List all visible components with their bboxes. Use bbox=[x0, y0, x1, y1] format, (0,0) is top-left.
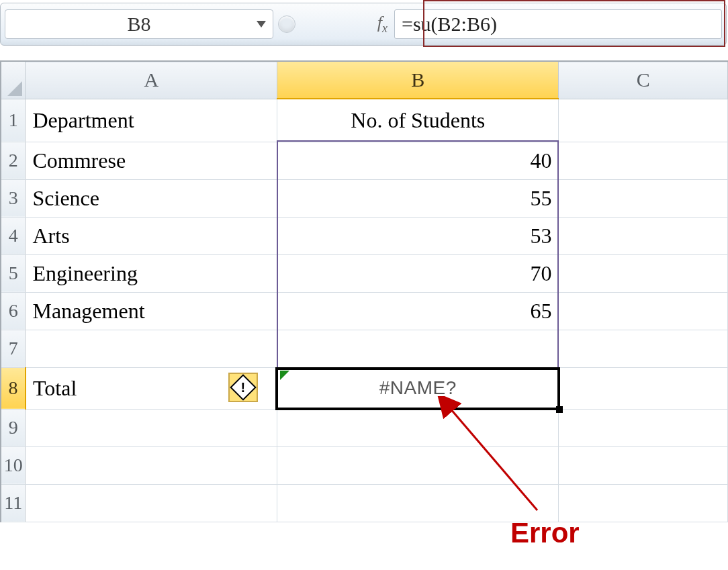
cell-B9[interactable] bbox=[277, 409, 559, 446]
warning-icon-glyph: ! bbox=[241, 379, 246, 395]
cell-C11[interactable] bbox=[559, 484, 728, 522]
cell-B4[interactable]: 53 bbox=[277, 217, 559, 254]
name-box-value: B8 bbox=[127, 13, 150, 36]
formula-text: =su(B2:B6) bbox=[402, 13, 497, 36]
column-header-B[interactable]: B bbox=[277, 61, 559, 99]
row-header-2[interactable]: 2 bbox=[1, 142, 26, 179]
row-header-8[interactable]: 8 bbox=[1, 367, 26, 409]
cell-C7[interactable] bbox=[559, 330, 728, 367]
cancel-formula-button[interactable] bbox=[278, 15, 295, 33]
cell-A2[interactable]: Commrese bbox=[26, 142, 277, 179]
cell-A4[interactable]: Arts bbox=[26, 217, 277, 254]
cell-C10[interactable] bbox=[559, 446, 728, 484]
cell-C6[interactable] bbox=[559, 292, 728, 330]
cell-A6[interactable]: Management bbox=[26, 292, 277, 330]
cell-A11[interactable] bbox=[26, 484, 277, 522]
grid: A B C 1 Department No. of Students 2 Com… bbox=[0, 60, 728, 522]
row-header-9[interactable]: 9 bbox=[1, 409, 26, 446]
cell-A10[interactable] bbox=[26, 446, 277, 484]
cell-A1[interactable]: Department bbox=[26, 99, 277, 142]
cell-B8[interactable]: #NAME? bbox=[277, 367, 559, 409]
cell-A3[interactable]: Science bbox=[26, 179, 277, 217]
row-header-3[interactable]: 3 bbox=[1, 179, 26, 217]
error-indicator-triangle-icon bbox=[280, 371, 289, 380]
fill-handle[interactable] bbox=[556, 406, 563, 413]
cell-C1[interactable] bbox=[559, 99, 728, 142]
cell-A5[interactable]: Engineering bbox=[26, 254, 277, 292]
cell-A7[interactable] bbox=[26, 330, 277, 367]
cell-B10[interactable] bbox=[277, 446, 559, 484]
cell-B8-value: #NAME? bbox=[284, 377, 551, 399]
insert-function-area: fx bbox=[300, 13, 394, 36]
cell-B6[interactable]: 65 bbox=[277, 292, 559, 330]
column-header-A[interactable]: A bbox=[26, 61, 277, 99]
fx-icon[interactable]: fx bbox=[377, 13, 388, 36]
annotation-label: Error bbox=[510, 517, 580, 549]
column-header-C[interactable]: C bbox=[559, 61, 728, 99]
row-header-1[interactable]: 1 bbox=[1, 99, 26, 142]
formula-bar: B8 fx =su(B2:B6) bbox=[0, 3, 727, 46]
chevron-down-icon bbox=[257, 21, 266, 28]
cell-A9[interactable] bbox=[26, 409, 277, 446]
name-box[interactable]: B8 bbox=[5, 9, 273, 39]
formula-bar-buttons bbox=[273, 15, 300, 33]
row-header-7[interactable]: 7 bbox=[1, 330, 26, 367]
cell-B2[interactable]: 40 bbox=[277, 142, 559, 179]
select-all-corner[interactable] bbox=[1, 61, 26, 99]
row-header-5[interactable]: 5 bbox=[1, 254, 26, 292]
row-header-6[interactable]: 6 bbox=[1, 292, 26, 330]
error-smart-tag[interactable]: ! bbox=[228, 373, 258, 402]
cell-B1[interactable]: No. of Students bbox=[277, 99, 559, 142]
cell-C8[interactable] bbox=[559, 367, 728, 409]
row-header-4[interactable]: 4 bbox=[1, 217, 26, 254]
row-header-10[interactable]: 10 bbox=[1, 446, 26, 484]
cell-B7[interactable] bbox=[277, 330, 559, 367]
warning-icon: ! bbox=[230, 374, 257, 401]
cell-C4[interactable] bbox=[559, 217, 728, 254]
cell-C3[interactable] bbox=[559, 179, 728, 217]
formula-input[interactable]: =su(B2:B6) bbox=[394, 9, 722, 39]
cell-B11[interactable] bbox=[277, 484, 559, 522]
worksheet[interactable]: A B C 1 Department No. of Students 2 Com… bbox=[0, 60, 728, 522]
row-header-11[interactable]: 11 bbox=[1, 484, 26, 522]
cell-B3[interactable]: 55 bbox=[277, 179, 559, 217]
cell-C9[interactable] bbox=[559, 409, 728, 446]
name-box-dropdown[interactable] bbox=[254, 10, 269, 38]
cell-C2[interactable] bbox=[559, 142, 728, 179]
cell-C5[interactable] bbox=[559, 254, 728, 292]
cell-B5[interactable]: 70 bbox=[277, 254, 559, 292]
